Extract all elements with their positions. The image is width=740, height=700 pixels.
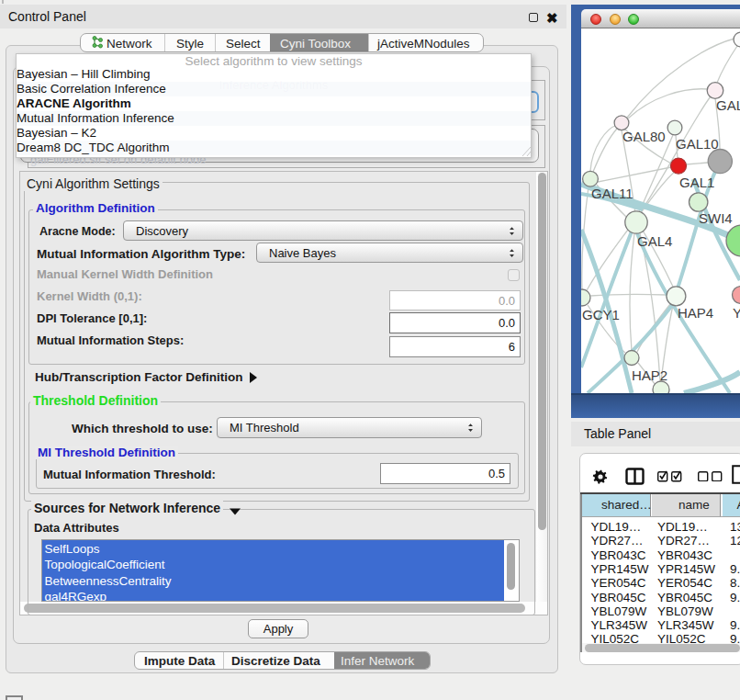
svg-text:GAL10: GAL10 xyxy=(676,136,719,152)
svg-text:HAP4: HAP4 xyxy=(678,305,713,321)
svg-text:GCY1: GCY1 xyxy=(582,307,620,322)
svg-text:GAL11: GAL11 xyxy=(591,186,633,201)
svg-text:GAL80: GAL80 xyxy=(622,129,666,144)
svg-text:SWI4: SWI4 xyxy=(699,210,733,226)
svg-text:GAL7: GAL7 xyxy=(716,97,740,113)
svg-text:GAL4: GAL4 xyxy=(637,233,672,249)
svg-text:GAL1: GAL1 xyxy=(679,175,714,190)
svg-text:HAP2: HAP2 xyxy=(632,367,667,383)
svg-text:Y: Y xyxy=(733,305,740,321)
